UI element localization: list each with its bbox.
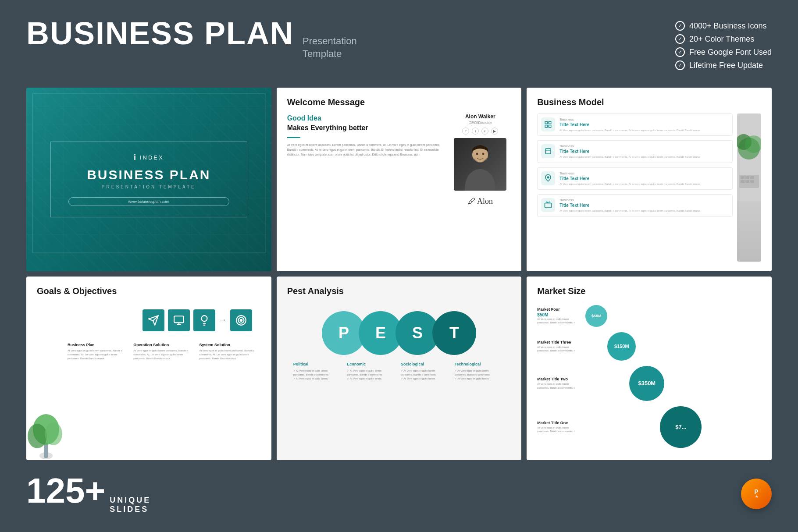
welcome-right: Alon Walker CEO/Director f t in ▶ (449, 113, 511, 262)
person-role: CEO/Director (469, 121, 492, 125)
social-tw: t (472, 128, 479, 135)
cover-border: i INDEX BUSINESS PLAN PRESENTATION TEMPL… (50, 142, 247, 217)
svg-point-27 (201, 316, 207, 321)
cover-url: www.businessplan.com (68, 197, 229, 206)
goal-icon-paper (142, 309, 164, 331)
cover-main-title: BUSINESS PLAN (68, 167, 229, 182)
model-icon-4 (541, 198, 555, 212)
model-icon-2 (541, 144, 555, 158)
social-in: in (481, 128, 488, 135)
pest-label-technological: Technological ✓ At Vero egos et gulio lo… (453, 362, 507, 381)
pest-circle-t: T (432, 311, 476, 355)
welcome-body: At Vero egos et dolore accusam. Lorem pa… (287, 142, 443, 157)
goals-descriptions: Business Plan At Vero egos et gulio lore… (37, 343, 261, 361)
page-container: BUSINESS PLAN Presentation Template ✓ 40… (0, 0, 798, 532)
market-label-4: Market Title One At Vero egos et gulio l… (537, 421, 581, 433)
welcome-tagline: Good Idea Makes Everything better (287, 113, 443, 133)
slide-pest: Pest Analysis P E S T Political ✓ At Ver… (277, 277, 522, 460)
check-icon-1: ✓ (675, 21, 685, 31)
goal-arrow: → (219, 316, 227, 325)
svg-rect-5 (545, 121, 548, 124)
slide-business-model: Business Model Business Title Text Here … (527, 88, 772, 271)
welcome-content: Good Idea Makes Everything better At Ver… (287, 113, 511, 262)
feature-item-3: ✓ Free Google Font Used (675, 47, 772, 57)
model-text-3: Business Title Text Here At Vero egos et… (559, 171, 729, 186)
market-row-1: Market Four $50M At Vero egos et gulio l… (537, 305, 761, 327)
svg-point-3 (476, 153, 478, 155)
svg-point-4 (482, 153, 484, 155)
slides-count: 125+ UNIQUE SLIDES (26, 473, 151, 514)
person-name: Alon Walker (465, 113, 495, 120)
slide-cover: i INDEX BUSINESS PLAN PRESENTATION TEMPL… (26, 88, 271, 271)
bottom-bar: 125+ UNIQUE SLIDES P ★ (26, 473, 772, 514)
goal-icon-bulb (193, 309, 215, 331)
social-fb: f (462, 128, 469, 135)
goals-title: Goals & Objectives (37, 286, 261, 296)
svg-point-35 (28, 424, 47, 448)
svg-rect-18 (741, 180, 745, 183)
feature-item-2: ✓ 20+ Color Themes (675, 34, 772, 44)
model-content: Business Title Text Here At Vero egos et… (537, 113, 761, 262)
pest-label-sociological: Sociological ✓ At Vero egos et gulio lor… (399, 362, 453, 381)
count-number: 125+ (26, 473, 105, 508)
market-bubble-1: $50M (585, 305, 607, 327)
model-title: Business Model (537, 97, 761, 107)
check-icon-4: ✓ (675, 60, 685, 70)
feature-label-2: 20+ Color Themes (689, 35, 754, 44)
social-yt: ▶ (491, 128, 498, 135)
pest-label-economic: Economic ✓ At Vero egos et gulio lorem p… (345, 362, 399, 381)
market-bubble-3: $350M (629, 366, 664, 401)
feature-item-4: ✓ Lifetime Free Update (675, 60, 772, 70)
market-bubble-2: $150M (607, 332, 636, 361)
person-photo (454, 138, 506, 191)
svg-point-11 (547, 177, 549, 178)
main-title: BUSINESS PLAN (26, 18, 294, 49)
market-row-4: Market Title One At Vero egos et gulio l… (537, 406, 761, 448)
market-bubble-4: $7... (660, 406, 702, 448)
ppt-badge: P ★ (741, 479, 772, 509)
sub-title: Presentation Template (303, 35, 357, 60)
market-label-1: Market Four $50M At Vero egos et gulio l… (537, 307, 581, 325)
count-label: UNIQUE SLIDES (110, 496, 151, 514)
goal-icon-monitor (168, 309, 190, 331)
svg-rect-15 (741, 176, 745, 179)
features-list: ✓ 4000+ Business Icons ✓ 20+ Color Theme… (675, 21, 772, 70)
model-item-3: Business Title Text Here At Vero egos et… (537, 167, 733, 190)
slide-welcome: Welcome Message Good Idea Makes Everythi… (277, 88, 522, 271)
svg-point-31 (240, 319, 242, 321)
market-label-2: Market Title Three At Vero egos et gulio… (537, 340, 581, 353)
model-list: Business Title Text Here At Vero egos et… (537, 113, 733, 262)
market-row-3: Market Title Two At Vero egos et gulio l… (537, 366, 761, 401)
goals-plant-decoration (26, 399, 66, 460)
pest-circles: P E S T (325, 311, 473, 355)
slides-grid: i INDEX BUSINESS PLAN PRESENTATION TEMPL… (26, 88, 772, 460)
goal-icon-target (230, 309, 252, 331)
svg-rect-20 (750, 180, 754, 183)
welcome-title: Welcome Message (287, 97, 511, 107)
model-item-1: Business Title Text Here At Vero egos et… (537, 113, 733, 136)
check-icon-3: ✓ (675, 47, 685, 57)
slide-market: Market Size Market Four $50M At Vero ego… (527, 277, 772, 460)
svg-point-36 (45, 422, 62, 445)
model-icon-3 (541, 171, 555, 185)
cover-index: i INDEX (68, 153, 229, 162)
feature-label-4: Lifetime Free Update (689, 61, 763, 70)
svg-rect-6 (549, 121, 551, 124)
cover-sub: PRESENTATION TEMPLATE (68, 184, 229, 189)
svg-rect-8 (549, 125, 551, 128)
social-icons: f t in ▶ (462, 128, 498, 135)
top-section: BUSINESS PLAN Presentation Template ✓ 40… (26, 18, 772, 70)
welcome-divider (287, 137, 300, 138)
ppt-inner: P ★ (754, 489, 758, 499)
welcome-left: Good Idea Makes Everything better At Ver… (287, 113, 443, 262)
feature-item-1: ✓ 4000+ Business Icons (675, 21, 772, 31)
title-area: BUSINESS PLAN Presentation Template (26, 18, 357, 60)
pest-label-political: Political ✓ At Vero egos et gulio lorem … (292, 362, 346, 381)
market-title: Market Size (537, 286, 761, 296)
model-side-photo (737, 113, 761, 262)
check-icon-2: ✓ (675, 34, 685, 44)
model-item-4: Business Title Text Here At Vero egos et… (537, 194, 733, 216)
svg-rect-16 (745, 176, 749, 179)
slide-goals: Goals & Objectives → (26, 277, 271, 460)
svg-rect-33 (44, 443, 48, 458)
